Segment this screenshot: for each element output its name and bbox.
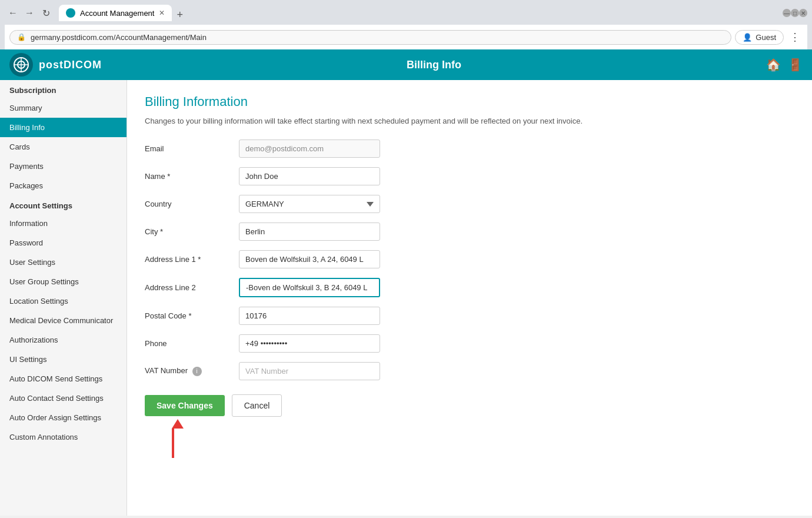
guest-icon: 👤 (743, 33, 752, 42)
cancel-button[interactable]: Cancel (232, 394, 282, 417)
sidebar-item-auto-order[interactable]: Auto Order Assign Settings (0, 408, 127, 427)
content-description: Changes to your billing information will… (145, 117, 604, 125)
arrow-head (172, 419, 184, 429)
refresh-button[interactable]: ↻ (38, 5, 54, 21)
city-field[interactable] (239, 223, 380, 241)
app-logo: postDICOM (9, 53, 102, 77)
country-label: Country (145, 200, 239, 208)
new-tab-button[interactable]: + (172, 9, 188, 21)
tab-favicon (66, 8, 75, 18)
content-title: Billing Information (145, 94, 794, 109)
sidebar-item-billing-info[interactable]: Billing Info (0, 118, 127, 137)
sidebar-label-ui-settings: UI Settings (9, 355, 47, 364)
sidebar-label-information: Information (9, 219, 48, 228)
forward-button[interactable]: → (21, 5, 38, 21)
sidebar-item-authorizations[interactable]: Authorizations (0, 330, 127, 350)
button-row: Save Changes Cancel (145, 394, 794, 417)
sidebar-label-auto-order: Auto Order Assign Settings (9, 413, 101, 422)
sidebar-item-custom-annotations[interactable]: Custom Annotations (0, 427, 127, 447)
sidebar-item-packages[interactable]: Packages (0, 176, 127, 195)
url-text: germany.postdicom.com/AccountManagement/… (31, 33, 207, 42)
home-icon[interactable]: 🏠 (766, 58, 781, 72)
close-button[interactable]: ✕ (799, 9, 807, 17)
sidebar-item-auto-contact[interactable]: Auto Contact Send Settings (0, 388, 127, 408)
postal-row: Postal Code * (145, 307, 794, 325)
sidebar-item-payments[interactable]: Payments (0, 157, 127, 176)
vat-field[interactable] (239, 362, 380, 380)
address-bar[interactable]: 🔒 germany.postdicom.com/AccountManagemen… (9, 30, 731, 45)
guest-label: Guest (756, 33, 776, 42)
browser-chrome: ← → ↻ Account Management ✕ + — □ ✕ 🔒 ger… (0, 0, 812, 49)
vat-row: VAT Number i (145, 362, 794, 380)
app-container: postDICOM Billing Info 🏠 🚪 Subscription … (0, 49, 812, 516)
sidebar-item-information[interactable]: Information (0, 214, 127, 233)
logout-icon[interactable]: 🚪 (788, 58, 803, 72)
sidebar-label-billing-info: Billing Info (9, 123, 45, 132)
postal-label: Postal Code * (145, 311, 239, 320)
phone-field[interactable] (239, 334, 380, 353)
sidebar-label-packages: Packages (9, 181, 43, 190)
country-row: Country GERMANY FRANCE ITALY SPAIN USA (145, 195, 794, 213)
tab-close-button[interactable]: ✕ (159, 9, 165, 17)
sidebar-label-authorizations: Authorizations (9, 336, 58, 344)
subscription-header: Subscription (0, 80, 127, 98)
sidebar-item-user-settings[interactable]: User Settings (0, 253, 127, 272)
email-field[interactable] (239, 140, 380, 158)
sidebar-item-cards[interactable]: Cards (0, 137, 127, 157)
logo-svg (13, 57, 29, 73)
minimize-button[interactable]: — (783, 9, 791, 17)
logo-text: postDICOM (39, 59, 102, 71)
sidebar-label-auto-dicom: Auto DICOM Send Settings (9, 374, 102, 383)
name-label: Name * (145, 172, 239, 181)
guest-button[interactable]: 👤 Guest (735, 30, 784, 45)
app-main: Subscription Summary Billing Info Cards … (0, 80, 812, 516)
address2-field[interactable] (239, 278, 380, 297)
header-icons: 🏠 🚪 (766, 58, 803, 72)
arrow-shaft (172, 429, 174, 458)
address1-field[interactable] (239, 250, 380, 268)
app-header: postDICOM Billing Info 🏠 🚪 (0, 49, 812, 80)
phone-label: Phone (145, 339, 239, 348)
maximize-button[interactable]: □ (791, 9, 799, 17)
sidebar-label-user-group-settings: User Group Settings (9, 277, 79, 286)
save-changes-button[interactable]: Save Changes (145, 395, 225, 416)
sidebar-label-medical-device: Medical Device Communicator (9, 316, 113, 325)
back-button[interactable]: ← (5, 5, 21, 21)
sidebar-item-ui-settings[interactable]: UI Settings (0, 350, 127, 369)
email-row: Email (145, 140, 794, 158)
sidebar: Subscription Summary Billing Info Cards … (0, 80, 127, 516)
address1-row: Address Line 1 * (145, 250, 794, 268)
email-label: Email (145, 144, 239, 153)
vat-label: VAT Number i (145, 366, 239, 376)
sidebar-label-location-settings: Location Settings (9, 297, 68, 306)
name-row: Name * (145, 167, 794, 185)
arrow-indicator (145, 419, 794, 458)
browser-menu-button[interactable]: ⋮ (787, 28, 803, 46)
phone-row: Phone (145, 334, 794, 353)
sidebar-item-summary[interactable]: Summary (0, 98, 127, 118)
address2-label: Address Line 2 (145, 283, 239, 292)
sidebar-label-payments: Payments (9, 162, 44, 171)
vat-info-icon[interactable]: i (192, 367, 202, 376)
sidebar-label-summary: Summary (9, 104, 42, 112)
sidebar-item-password[interactable]: Password (0, 233, 127, 253)
content-area: Billing Information Changes to your bill… (127, 80, 812, 516)
postal-field[interactable] (239, 307, 380, 325)
sidebar-item-auto-dicom[interactable]: Auto DICOM Send Settings (0, 369, 127, 388)
address1-label: Address Line 1 * (145, 255, 239, 264)
sidebar-label-auto-contact: Auto Contact Send Settings (9, 394, 104, 403)
browser-titlebar: ← → ↻ Account Management ✕ + — □ ✕ (5, 5, 807, 21)
sidebar-item-user-group-settings[interactable]: User Group Settings (0, 272, 127, 291)
sidebar-item-medical-device[interactable]: Medical Device Communicator (0, 311, 127, 330)
browser-toolbar: 🔒 germany.postdicom.com/AccountManagemen… (5, 25, 807, 49)
logo-icon (9, 53, 33, 77)
lock-icon: 🔒 (17, 33, 26, 41)
header-title: Billing Info (102, 59, 766, 71)
country-select[interactable]: GERMANY FRANCE ITALY SPAIN USA (239, 195, 380, 213)
address2-row: Address Line 2 (145, 278, 794, 297)
sidebar-item-location-settings[interactable]: Location Settings (0, 291, 127, 311)
browser-tab-active[interactable]: Account Management ✕ (59, 5, 172, 21)
billing-form: Email Name * Country GERMANY FRANCE ITAL… (145, 140, 794, 458)
name-field[interactable] (239, 167, 380, 185)
browser-tabs: Account Management ✕ + (59, 5, 188, 21)
